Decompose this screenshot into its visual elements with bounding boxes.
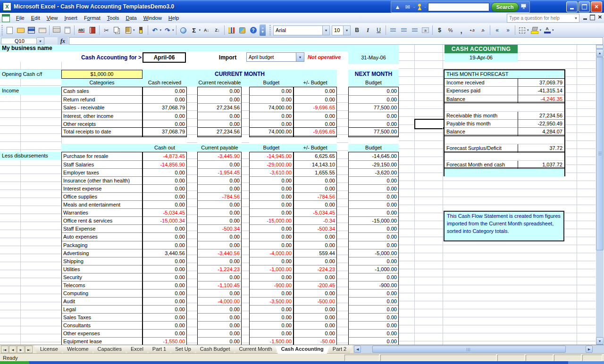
chevron-down-icon[interactable]: ▾ [552,28,554,32]
cell[interactable]: -900.00 [349,281,398,289]
redo-icon[interactable] [162,25,172,35]
cell[interactable]: 0.00 [143,232,186,240]
cell[interactable]: 1,655.55 [294,168,336,176]
decrease-decimal-icon[interactable] [478,25,488,35]
bold-icon[interactable] [352,25,362,35]
cell[interactable]: -29,000.00 [250,160,293,168]
cell[interactable]: 0.00 [250,289,293,297]
aol-icon[interactable]: ▲ [394,3,402,11]
paste-icon[interactable] [123,25,133,35]
forecast-value[interactable]: 4,284.07 [518,128,564,136]
cell[interactable]: 0.00 [143,192,186,200]
insert-function-icon[interactable]: fx [58,37,68,45]
cell[interactable]: -14,945.00 [250,152,293,160]
workbook-close-icon[interactable]: ✕ [598,14,602,20]
cell[interactable]: Return refund [62,95,142,103]
cell[interactable]: 0.00 [294,321,336,329]
cell[interactable]: 0.00 [349,200,398,208]
close-button[interactable]: ✕ [591,1,602,12]
cell[interactable]: 0.00 [198,95,241,103]
cell[interactable]: 0.00 [349,289,398,297]
cell[interactable]: -50.00 [294,337,336,345]
chevron-down-icon[interactable]: ▾ [527,28,529,32]
cell[interactable]: Interest expense [62,184,142,192]
cell[interactable]: Office supplies [62,192,142,200]
cell[interactable]: 0.00 [198,232,241,240]
cell[interactable]: 0.00 [198,160,241,168]
cell[interactable]: 0.00 [143,168,186,176]
menu-window[interactable]: Window [140,14,165,22]
cell[interactable]: -784.56 [198,192,241,200]
menu-view[interactable]: View [43,14,61,22]
format-painter-icon[interactable] [136,25,146,35]
forecast-value[interactable] [518,103,564,111]
cell[interactable]: 0.00 [198,208,241,216]
chart-wizard-icon[interactable] [226,25,236,35]
tab-welcome[interactable]: Welcome [61,345,95,354]
cell[interactable]: -4,873.45 [143,152,186,160]
opening-cash-label-cell[interactable]: Opening Cash c/f [0,70,61,79]
percent-icon[interactable] [445,25,455,35]
cell[interactable]: -4,000.00 [198,297,241,305]
align-right-icon[interactable] [410,25,419,35]
aim-buddy-icon[interactable] [417,4,422,10]
sort-descending-icon[interactable] [212,25,222,35]
next-month-date-cell[interactable]: 31-May-06 [348,51,399,64]
toolbar-grip[interactable] [1,25,3,35]
cell[interactable]: Interest, other income [62,112,142,120]
menu-help[interactable]: Help [165,14,183,22]
forecast-value[interactable]: -22,950.49 [518,120,564,128]
cell[interactable]: Total receipts to date [62,128,142,136]
vertical-scrollbar[interactable]: ▲ ▼ [596,45,604,345]
period-cell[interactable]: April-06 [143,52,186,63]
cell[interactable]: 0.00 [294,241,336,249]
cell[interactable]: 0.00 [143,184,186,192]
cell[interactable]: 0.00 [250,305,293,313]
name-box-dropdown-icon[interactable]: ▼ [37,37,44,45]
cell[interactable]: 37,068.79 [143,103,186,111]
cell[interactable]: Telecoms [62,281,142,289]
cell[interactable]: 0.00 [250,87,293,95]
cell[interactable]: Insurance (other than health) [62,176,142,184]
cell[interactable]: 0.00 [294,273,336,281]
font-color-icon[interactable] [542,25,552,35]
undo-icon[interactable] [150,25,160,35]
cell[interactable]: -29,150.00 [349,160,398,168]
cell[interactable]: -5,034.45 [294,208,336,216]
underline-icon[interactable] [374,25,384,35]
tab-set-up[interactable]: Set Up [169,345,197,354]
cell[interactable]: 0.00 [250,120,293,128]
title-search-button[interactable]: Search [491,2,519,12]
cell[interactable]: 14,143.10 [294,160,336,168]
cell[interactable]: -500.34 [294,224,336,232]
menu-tools[interactable]: Tools [104,14,123,22]
print-preview-icon[interactable] [62,25,72,35]
cell[interactable]: 37,068.79 [143,128,186,136]
cell[interactable]: 0.00 [349,112,398,120]
currency-icon[interactable] [435,25,445,35]
cell[interactable]: 0.00 [198,200,241,208]
cell[interactable]: 0.00 [143,95,186,103]
cell[interactable]: -4,000.00 [250,249,293,257]
cell[interactable]: 74,000.00 [250,103,293,111]
cell[interactable]: -14,645.00 [349,152,398,160]
cell[interactable]: -1,954.45 [198,168,241,176]
increase-decimal-icon[interactable] [467,25,477,35]
cell[interactable]: -1,500.00 [250,337,293,345]
cell[interactable]: 6,625.65 [294,152,336,160]
cell[interactable]: Packaging [62,241,142,249]
cell[interactable]: 0.00 [294,184,336,192]
cell[interactable]: Computing [62,289,142,297]
toolbar-window-icon[interactable] [520,3,527,11]
cell[interactable]: Sales Taxes [62,313,142,321]
cell[interactable]: Equipment lease [62,337,142,345]
cell[interactable]: 0.00 [198,120,241,128]
cell[interactable]: 3,440.56 [143,249,186,257]
mail-icon[interactable] [37,25,47,35]
prev-sheet-icon[interactable]: ◀ [9,346,17,353]
cut-icon[interactable] [101,25,111,35]
chevron-down-icon[interactable]: ▼ [296,53,304,61]
cell[interactable]: Employer taxes [62,168,142,176]
cell[interactable]: -15,000.34 [143,216,186,224]
cell[interactable]: 0.00 [349,273,398,281]
